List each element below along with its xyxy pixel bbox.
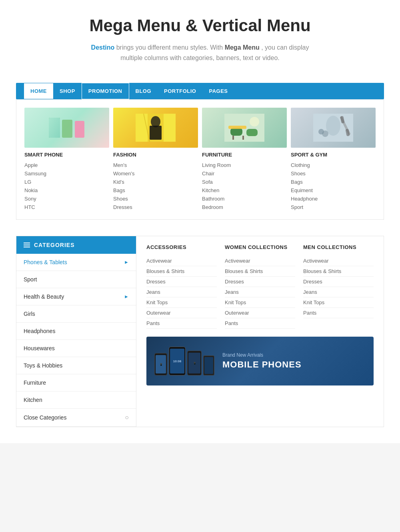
sidebar-item-close-categories[interactable]: Close Categories ○	[16, 409, 136, 427]
list-item[interactable]: Apple	[24, 161, 109, 169]
list-item[interactable]: Bedroom	[202, 203, 287, 211]
list-item[interactable]: Knit Tops	[303, 297, 374, 308]
sidebar-item-kitchen[interactable]: Kitchen	[16, 391, 136, 409]
list-item[interactable]: Jeans	[146, 287, 217, 297]
list-item[interactable]: Dresses	[225, 277, 295, 287]
list-item[interactable]: Samsung	[24, 169, 109, 178]
list-item[interactable]: Sofa	[202, 178, 287, 186]
nav-item-portfolio[interactable]: PORTFOLIO	[158, 83, 202, 99]
vertical-menu-section: CATEGORIES Phones & Tablets ► Sport Heal…	[16, 236, 384, 427]
v-columns: ACCESSORIES Activewear Blouses & Shirts …	[146, 244, 374, 329]
banner-text: Brand New Arrivals MOBILE PHONES	[222, 352, 302, 370]
list-item[interactable]: Dresses	[113, 203, 198, 211]
list-item[interactable]: Blouses & Shirts	[225, 266, 295, 277]
mega-menu-bold: Mega Menu	[225, 44, 260, 51]
list-item[interactable]: Blouses & Shirts	[303, 266, 374, 277]
mobile-phones-banner: 📱 10:08 📱 Brand New Arriv	[146, 337, 374, 385]
list-item[interactable]: Kid's	[113, 178, 198, 186]
minus-circle-icon: ○	[125, 414, 129, 421]
list-item[interactable]: Clothing	[291, 161, 376, 169]
nav-item-home[interactable]: HOME	[24, 83, 53, 99]
list-item[interactable]: Activewear	[225, 256, 295, 266]
list-item[interactable]: Activewear	[303, 256, 374, 266]
list-item[interactable]: Pants	[303, 308, 374, 318]
mega-col-smartphone: SMART PHONE Apple Samsung LG Nokia Sony …	[24, 108, 109, 211]
list-item[interactable]: Bags	[291, 178, 376, 186]
list-item[interactable]: Outerwear	[225, 308, 295, 318]
sidebar-item-label: Close Categories	[24, 414, 66, 421]
list-item[interactable]: Dresses	[146, 277, 217, 287]
sidebar-item-phones-tablets[interactable]: Phones & Tablets ►	[16, 254, 136, 271]
nav-item-shop[interactable]: SHOP	[53, 83, 82, 99]
mega-col-furniture: FURNITURE Living Room Chair Sofa Kitchen…	[202, 108, 287, 211]
list-item[interactable]: Sport	[291, 203, 376, 211]
list-item[interactable]: Knit Tops	[225, 297, 295, 308]
banner-title: MOBILE PHONES	[222, 359, 302, 370]
sidebar-item-health-beauty[interactable]: Health & Beauty ►	[16, 288, 136, 305]
sidebar-item-furniture[interactable]: Furniture	[16, 374, 136, 391]
list-item[interactable]: Activewear	[146, 256, 217, 266]
col-furniture-title: FURNITURE	[202, 152, 287, 158]
list-item[interactable]: Sony	[24, 195, 109, 203]
svg-point-22	[318, 129, 324, 135]
furniture-image	[202, 108, 287, 148]
svg-rect-13	[232, 136, 234, 140]
list-item[interactable]: Headphone	[291, 195, 376, 203]
list-item[interactable]: Women's	[113, 169, 198, 178]
v-col-accessories-title: ACCESSORIES	[146, 244, 217, 250]
list-item[interactable]: Men's	[113, 161, 198, 169]
section-gap	[0, 220, 400, 236]
sport-image	[291, 108, 376, 148]
phone-icon-small: 📱	[154, 353, 167, 375]
chevron-right-icon: ►	[124, 259, 129, 265]
sidebar-item-toys-hobbies[interactable]: Toys & Hobbies	[16, 357, 136, 374]
list-item[interactable]: Jeans	[225, 287, 295, 297]
list-item[interactable]: Pants	[225, 318, 295, 329]
hamburger-icon	[24, 243, 30, 247]
list-item[interactable]: HTC	[24, 203, 109, 211]
nav-item-blog[interactable]: BLOG	[129, 83, 158, 99]
list-item[interactable]: Nokia	[24, 186, 109, 195]
fashion-image	[113, 108, 198, 148]
svg-point-15	[250, 117, 259, 126]
list-item[interactable]: Equiment	[291, 186, 376, 195]
phones-graphic: 📱 10:08 📱	[154, 347, 214, 375]
sidebar-item-housewares[interactable]: Housewares	[16, 340, 136, 357]
list-item[interactable]: Bathroom	[202, 195, 287, 203]
list-item[interactable]: Dresses	[303, 277, 374, 287]
svg-rect-7	[150, 126, 162, 140]
col-smartphone-list: Apple Samsung LG Nokia Sony HTC	[24, 161, 109, 211]
list-item[interactable]: Living Room	[202, 161, 287, 169]
sidebar-item-girls[interactable]: Girls	[16, 305, 136, 323]
sidebar-item-label: Phones & Tablets	[24, 259, 67, 265]
mega-dropdown: SMART PHONE Apple Samsung LG Nokia Sony …	[16, 99, 384, 220]
sidebar-item-label: Health & Beauty	[24, 293, 64, 300]
list-item[interactable]: Knit Tops	[146, 297, 217, 308]
list-item[interactable]: Kitchen	[202, 186, 287, 195]
vertical-menu-main: ACCESSORIES Activewear Blouses & Shirts …	[136, 236, 384, 427]
sidebar-item-sport[interactable]: Sport	[16, 271, 136, 288]
list-item[interactable]: LG	[24, 178, 109, 186]
sidebar-item-label: Girls	[24, 311, 35, 317]
list-item[interactable]: Shoes	[113, 195, 198, 203]
nav-item-promotion[interactable]: PROMOTION	[82, 83, 129, 99]
svg-line-19	[342, 118, 343, 122]
list-item[interactable]: Bags	[113, 186, 198, 195]
svg-rect-1	[49, 118, 60, 138]
list-item[interactable]: Outerwear	[146, 308, 217, 318]
list-item[interactable]: Blouses & Shirts	[146, 266, 217, 277]
sidebar-item-label: Toys & Hobbies	[24, 362, 62, 369]
sidebar-title: CATEGORIES	[34, 242, 75, 248]
list-item[interactable]: Pants	[146, 318, 217, 329]
sidebar-item-headphones[interactable]: Headphones	[16, 323, 136, 340]
sidebar-item-label: Sport	[24, 276, 37, 283]
list-item[interactable]: Chair	[202, 169, 287, 178]
v-col-women-list: Activewear Blouses & Shirts Dresses Jean…	[225, 256, 295, 329]
nav-item-pages[interactable]: PAGES	[202, 83, 234, 99]
mega-col-fashion: FASHION Men's Women's Kid's Bags Shoes D…	[113, 108, 198, 211]
svg-point-6	[151, 116, 160, 127]
list-item[interactable]: Jeans	[303, 287, 374, 297]
hero-description: Destino brings you different menu styles…	[88, 42, 312, 63]
v-col-accessories: ACCESSORIES Activewear Blouses & Shirts …	[146, 244, 217, 329]
list-item[interactable]: Shoes	[291, 169, 376, 178]
